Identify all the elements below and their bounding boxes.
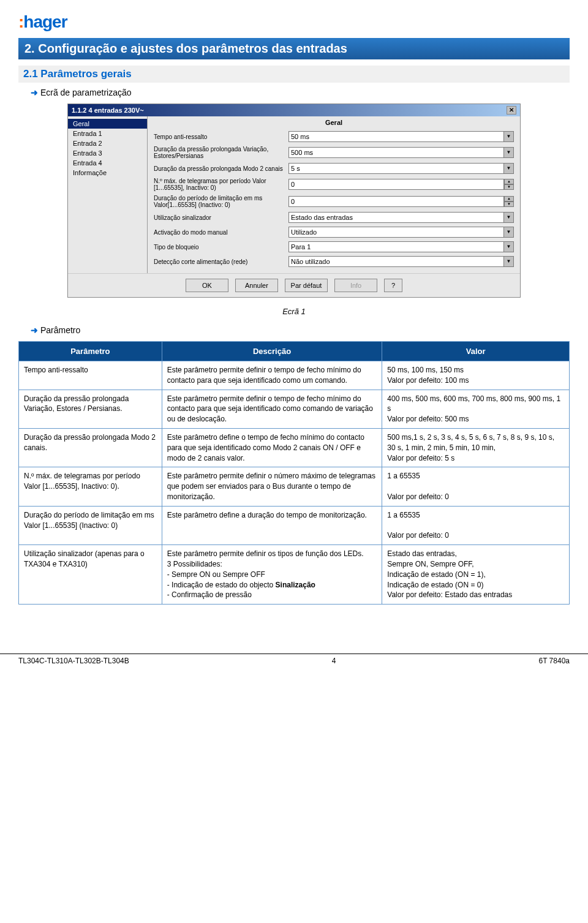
logo-text: hager — [23, 12, 67, 31]
field-label: Activação do modo manual — [154, 229, 288, 236]
chevron-down-icon[interactable]: ▼ — [504, 212, 514, 223]
cell-valor: 400 ms, 500 ms, 600 ms, 700 ms, 800 ms, … — [382, 390, 570, 428]
info-button[interactable]: Info — [334, 279, 377, 292]
dialog-row: Detecção corte alimentação (rede)▼ — [154, 256, 514, 267]
tree-item[interactable]: Entrada 3 — [68, 148, 147, 158]
combo-input[interactable] — [288, 163, 504, 174]
combo-input[interactable] — [288, 147, 504, 158]
spin-down-icon[interactable]: ▼ — [504, 202, 514, 207]
cell-descricao: Este parâmetro define a duração do tempo… — [162, 506, 382, 544]
combo-input[interactable] — [288, 227, 504, 238]
spin-down-icon[interactable]: ▼ — [504, 184, 514, 190]
logo: :hager — [18, 12, 570, 32]
table-row: Duração da pressão prolongada Variação, … — [19, 390, 570, 428]
cell-parametro: Utilização sinalizador (apenas para o TX… — [19, 545, 162, 605]
field-label: Duração da pressão prolongada Variação, … — [154, 146, 288, 159]
dialog-row: Tipo de bloqueio▼ — [154, 241, 514, 252]
chevron-down-icon[interactable]: ▼ — [504, 241, 514, 252]
spin-up-icon[interactable]: ▲ — [504, 179, 514, 184]
chevron-down-icon[interactable]: ▼ — [504, 163, 514, 174]
close-icon[interactable]: ✕ — [507, 106, 516, 115]
tree-item[interactable]: Informaçõe — [68, 168, 147, 178]
dialog-row: Duração da pressão prolongada Variação, … — [154, 146, 514, 159]
cell-descricao: Este parâmetro permite definir o tempo d… — [162, 390, 382, 428]
footer-left: TL304C-TL310A-TL302B-TL304B — [18, 657, 129, 665]
combo-input[interactable] — [288, 131, 504, 142]
combo-input[interactable] — [288, 256, 504, 267]
col-parametro: Parâmetro — [19, 342, 162, 361]
tree-item[interactable]: Entrada 2 — [68, 138, 147, 148]
arrow-parametro: Parâmetro — [31, 325, 570, 335]
cell-descricao: Este parâmetro permite definir o número … — [162, 467, 382, 506]
dialog-row: Duração do período de limitação em ms Va… — [154, 195, 514, 208]
cell-descricao: Este parâmetro permite definir o tempo d… — [162, 361, 382, 390]
footer-right: 6T 7840a — [539, 657, 570, 665]
cell-valor: 1 a 65535 Valor por defeito: 0 — [382, 467, 570, 506]
cell-parametro: Duração do período de limitação em ms Va… — [19, 506, 162, 544]
cell-valor: 500 ms,1 s, 2 s, 3 s, 4 s, 5 s, 6 s, 7 s… — [382, 428, 570, 467]
arrow-ecra: Ecrã de parametrização — [31, 88, 570, 97]
dialog-button-bar: OK Annuler Par défaut Info ? — [68, 273, 520, 297]
section-header: 2. Configuração e ajustes dos parâmetros… — [18, 38, 570, 59]
chevron-down-icon[interactable]: ▼ — [504, 227, 514, 238]
field-label: Tipo de bloqueio — [154, 244, 288, 251]
dialog-row: Activação do modo manual▼ — [154, 227, 514, 238]
dialog-title-text: 1.1.2 4 entradas 230V~ — [72, 107, 144, 114]
col-valor: Valor — [382, 342, 570, 361]
cell-parametro: N.º máx. de telegramas por período Valor… — [19, 467, 162, 506]
tree-item[interactable]: Entrada 1 — [68, 129, 147, 138]
field-label: Duração da pressão prolongada Modo 2 can… — [154, 165, 288, 172]
cell-descricao: Este parâmetro permite definir os tipos … — [162, 545, 382, 605]
default-button[interactable]: Par défaut — [285, 279, 328, 292]
dialog-panel-title: Geral — [154, 119, 514, 126]
table-row: N.º máx. de telegramas por período Valor… — [19, 467, 570, 506]
dialog-row: Duração da pressão prolongada Modo 2 can… — [154, 163, 514, 174]
figure-caption: Ecrã 1 — [18, 307, 570, 316]
footer-center: 4 — [332, 657, 336, 665]
tree-item[interactable]: Entrada 4 — [68, 158, 147, 168]
dialog-row: Tempo anti-ressalto▼ — [154, 131, 514, 142]
cell-parametro: Duração da pressão prolongada Variação, … — [19, 390, 162, 428]
ok-button[interactable]: OK — [186, 279, 228, 292]
cell-valor: 1 a 65535 Valor por defeito: 0 — [382, 506, 570, 544]
field-label: N.º máx. de telegramas por período Valor… — [154, 178, 288, 191]
cell-descricao: Este parâmetro define o tempo de fecho m… — [162, 428, 382, 467]
dialog-titlebar: 1.1.2 4 entradas 230V~ ✕ — [68, 104, 520, 116]
combo-input[interactable] — [288, 212, 504, 223]
dialog-row: N.º máx. de telegramas por período Valor… — [154, 178, 514, 191]
table-row: Duração da pressão prolongada Modo 2 can… — [19, 428, 570, 467]
cell-valor: 50 ms, 100 ms, 150 ms Valor por defeito:… — [382, 361, 570, 390]
field-label: Duração do período de limitação em ms Va… — [154, 195, 288, 208]
combo-input[interactable] — [288, 241, 504, 252]
tree-item-geral[interactable]: Geral — [68, 119, 147, 129]
spin-up-icon[interactable]: ▲ — [504, 196, 514, 202]
page-footer: TL304C-TL310A-TL302B-TL304B 4 6T 7840a — [0, 654, 588, 677]
spin-input[interactable] — [288, 196, 504, 207]
chevron-down-icon[interactable]: ▼ — [504, 131, 514, 142]
field-label: Tempo anti-ressalto — [154, 134, 288, 140]
spin-input[interactable] — [288, 179, 504, 190]
subsection-header: 2.1 Parâmetros gerais — [18, 66, 570, 83]
chevron-down-icon[interactable]: ▼ — [504, 256, 514, 267]
field-label: Utilização sinalizador — [154, 214, 288, 221]
col-descricao: Descrição — [162, 342, 382, 361]
table-row: Tempo anti-ressaltoEste parâmetro permit… — [19, 361, 570, 390]
dialog-tree[interactable]: Geral Entrada 1 Entrada 2 Entrada 3 Entr… — [68, 116, 148, 273]
table-row: Utilização sinalizador (apenas para o TX… — [19, 545, 570, 605]
chevron-down-icon[interactable]: ▼ — [504, 147, 514, 158]
help-button[interactable]: ? — [384, 279, 402, 292]
dialog-row: Utilização sinalizador▼ — [154, 212, 514, 223]
parameter-table: Parâmetro Descrição Valor Tempo anti-res… — [18, 341, 570, 605]
cell-parametro: Duração da pressão prolongada Modo 2 can… — [19, 428, 162, 467]
table-row: Duração do período de limitação em ms Va… — [19, 506, 570, 544]
parameter-dialog: 1.1.2 4 entradas 230V~ ✕ Geral Entrada 1… — [67, 104, 521, 298]
cell-valor: Estado das entradas, Sempre ON, Sempre O… — [382, 545, 570, 605]
cancel-button[interactable]: Annuler — [235, 279, 278, 292]
cell-parametro: Tempo anti-ressalto — [19, 361, 162, 390]
field-label: Detecção corte alimentação (rede) — [154, 258, 288, 265]
